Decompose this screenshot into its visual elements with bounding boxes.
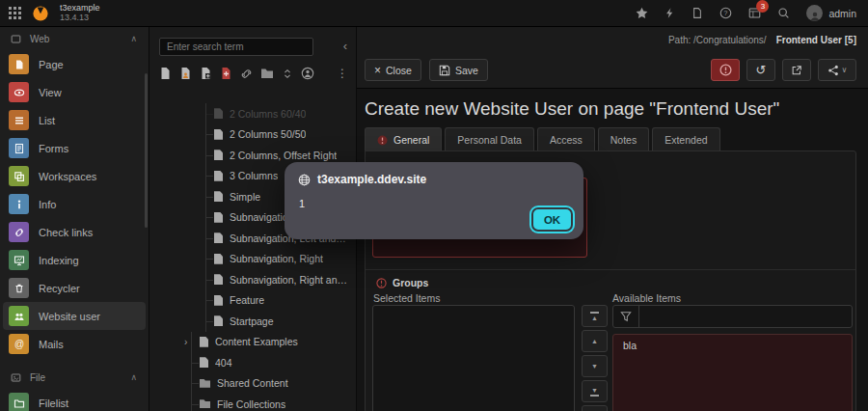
new-document-icon[interactable]: [692, 7, 703, 19]
new-folder-page-icon[interactable]: [200, 67, 212, 80]
save-floppy-icon: [439, 65, 450, 76]
move-up-button[interactable]: ▲: [582, 330, 608, 352]
folder-icon[interactable]: [260, 68, 274, 79]
user-menu[interactable]: admin: [806, 5, 856, 21]
tree-item-content-examples[interactable]: ›Content Examples: [149, 332, 356, 353]
tab-notes[interactable]: Notes: [598, 127, 649, 151]
save-button[interactable]: Save: [429, 59, 488, 81]
new-user-page-icon[interactable]: [179, 67, 192, 80]
page-icon: [200, 357, 208, 368]
form-tabs: General Personal Data Access Notes Exten…: [365, 127, 720, 151]
tree-item-subnavigation-right[interactable]: Subnavigation, Right: [149, 249, 356, 270]
tree-more-icon[interactable]: ⋮: [337, 67, 348, 80]
bookmark-star-icon[interactable]: [636, 7, 648, 19]
move-bottom-icon: ▼: [591, 387, 598, 394]
sidebar-item-website-user[interactable]: Website user: [3, 302, 146, 330]
sidebar-item-forms[interactable]: Forms: [0, 134, 149, 162]
notification-badge: 3: [756, 0, 769, 13]
sidebar-item-check-links[interactable]: Check links: [0, 218, 149, 246]
page-icon: [214, 274, 223, 285]
page-icon: [200, 337, 208, 347]
breadcrumb-path: Path: /Congratulations/: [668, 35, 767, 45]
open-in-new-window-button[interactable]: [782, 59, 811, 81]
share-button[interactable]: ∨: [818, 59, 856, 81]
chevron-up-icon: ∧: [130, 372, 137, 382]
tab-access[interactable]: Access: [537, 127, 595, 151]
indexing-module-icon: [9, 250, 29, 270]
section-web[interactable]: Web ∧: [0, 27, 149, 50]
tree-item-2-columns-50-50[interactable]: 2 Columns 50/50: [149, 124, 356, 146]
list-item[interactable]: bla: [613, 335, 852, 356]
available-items-filter: [612, 305, 853, 328]
tree-item-404[interactable]: 404: [149, 352, 356, 373]
move-up-icon: ▲: [591, 338, 598, 344]
tree-toolbar: ⋮: [159, 64, 348, 83]
breadcrumb-page: Frontend User [5]: [776, 35, 856, 45]
page-icon: [214, 212, 223, 223]
tree-item-subnavigation-right-2[interactable]: Subnavigation, Right and 2 …: [149, 269, 356, 290]
section-file[interactable]: File ∧: [0, 366, 149, 389]
clear-cache-bolt-icon[interactable]: [665, 7, 675, 19]
move-to-bottom-button[interactable]: ▼: [582, 380, 608, 402]
apps-grid-icon[interactable]: [9, 7, 21, 19]
tree-search-input[interactable]: [159, 38, 313, 56]
tree-item-feature[interactable]: Feature: [149, 290, 356, 312]
search-icon[interactable]: [777, 7, 790, 19]
move-top-icon: ▲: [591, 315, 598, 321]
systeminfo-icon[interactable]: 3: [748, 7, 761, 19]
typo3-backend: t3example 13.4.13 ? 3: [0, 0, 868, 411]
tree-list: 2 Columns 60/40 2 Columns 50/50 2 Column…: [149, 103, 356, 411]
move-to-top-button[interactable]: ▲: [582, 305, 608, 327]
caret-down-icon: ∨: [842, 66, 848, 74]
sort-icon[interactable]: [282, 68, 293, 80]
expand-chevron-icon[interactable]: ›: [184, 337, 187, 347]
typo3-logo-icon[interactable]: [32, 5, 49, 22]
tab-extended[interactable]: Extended: [652, 127, 719, 151]
tab-personal-data[interactable]: Personal Data: [445, 127, 534, 151]
svg-text:?: ?: [724, 10, 728, 16]
move-down-icon: ▼: [591, 363, 598, 370]
remove-item-button[interactable]: [582, 405, 608, 411]
ok-button[interactable]: OK: [531, 207, 573, 232]
tree-item-shared-content[interactable]: Shared Content: [149, 373, 356, 395]
divider: [366, 269, 855, 270]
sidebar-item-filelist[interactable]: Filelist: [0, 389, 149, 411]
new-spacer-page-icon[interactable]: [220, 67, 232, 80]
sidebar-item-workspaces[interactable]: Workspaces: [0, 162, 149, 190]
tree-item-file-collections[interactable]: File Collections: [149, 394, 356, 411]
mails-module-icon: @: [9, 334, 29, 354]
web-section-label: Web: [30, 34, 49, 44]
sidebar-item-indexing[interactable]: Indexing: [0, 246, 149, 274]
filelist-module-icon: [9, 393, 29, 411]
tree-item-startpage[interactable]: Startpage: [149, 311, 356, 332]
available-items-list[interactable]: bla: [612, 334, 853, 411]
user-permissions-icon[interactable]: [301, 67, 314, 80]
page-icon: [214, 108, 223, 119]
page-icon: [214, 295, 223, 306]
sidebar-item-info[interactable]: Info: [0, 190, 149, 218]
web-section-icon: [11, 34, 21, 44]
close-button[interactable]: × Close: [365, 59, 421, 81]
collapse-tree-icon[interactable]: ‹: [343, 39, 347, 54]
filter-funnel-icon[interactable]: [613, 306, 639, 327]
move-down-button[interactable]: ▼: [582, 355, 608, 377]
selected-items-list[interactable]: [372, 305, 575, 411]
sidebar-item-mails[interactable]: @ Mails: [0, 330, 149, 358]
sidebar-item-list[interactable]: List: [0, 106, 149, 134]
tab-general[interactable]: General: [365, 127, 442, 151]
help-icon[interactable]: ?: [719, 7, 732, 19]
file-section-label: File: [30, 372, 45, 383]
validation-error-button[interactable]: [711, 59, 740, 81]
sidebar-scrollbar[interactable]: [145, 73, 148, 228]
filter-input[interactable]: [639, 306, 852, 327]
svg-text:@: @: [14, 339, 23, 349]
new-page-icon[interactable]: [159, 67, 172, 80]
history-button[interactable]: ↺: [746, 59, 775, 81]
sidebar-item-recycler[interactable]: Recycler: [0, 274, 149, 302]
sidebar-item-view[interactable]: View: [0, 78, 149, 106]
tree-item-2-columns-60-40[interactable]: 2 Columns 60/40: [149, 103, 356, 124]
topbar: t3example 13.4.13 ? 3: [0, 0, 868, 27]
typo3-version: 13.4.13: [60, 14, 100, 23]
link-icon[interactable]: [240, 68, 253, 80]
sidebar-item-page[interactable]: Page: [0, 50, 149, 78]
